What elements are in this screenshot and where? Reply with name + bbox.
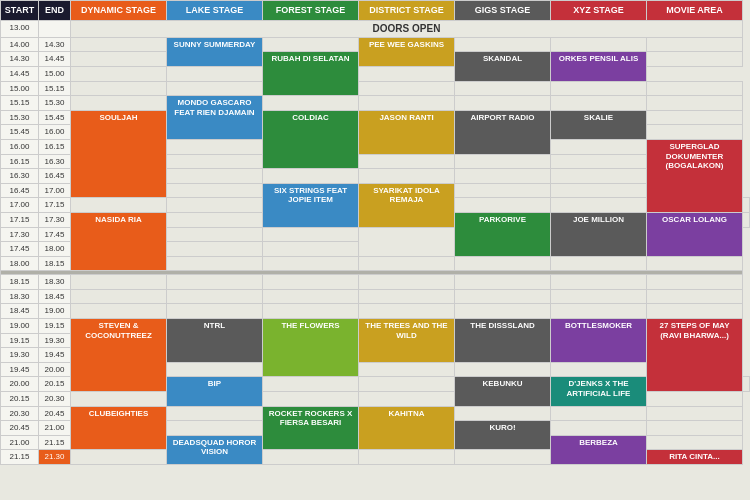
movie-1715 bbox=[743, 212, 750, 227]
time-1500: 15.00 bbox=[1, 81, 39, 96]
end-1945: 19.45 bbox=[39, 348, 71, 363]
jason-ranti[interactable]: JASON RANTI bbox=[359, 110, 455, 154]
lake-1445 bbox=[167, 66, 263, 81]
movie-1815 bbox=[647, 275, 743, 290]
gigs-stage-header: GIGS STAGE bbox=[455, 1, 551, 21]
deadsquad[interactable]: DEADSQUAD HOROR VISION bbox=[167, 435, 263, 464]
xyz-1945 bbox=[551, 362, 647, 377]
lake-1830 bbox=[167, 289, 263, 304]
bottlesmoker[interactable]: BOTTLESMOKER bbox=[551, 319, 647, 363]
district-1500 bbox=[359, 81, 455, 96]
trees-and-wild[interactable]: THE TREES AND THE WILD bbox=[359, 319, 455, 363]
nasida-ria[interactable]: NASIDA RIA bbox=[71, 212, 167, 270]
rita-cinta[interactable]: RITA CINTA... bbox=[647, 450, 743, 465]
pee-wee-gaskins[interactable]: PEE WEE GASKINS bbox=[359, 37, 455, 66]
sunny-summerday[interactable]: SUNNY SUMMERDAY bbox=[167, 37, 263, 66]
time-1645: 16.45 bbox=[1, 183, 39, 198]
27-steps[interactable]: 27 STEPS OF MAY (RAVI BHARWA...) bbox=[647, 319, 743, 392]
disssland[interactable]: THE DISSSLAND bbox=[455, 319, 551, 363]
the-flowers[interactable]: THE FLOWERS bbox=[263, 319, 359, 377]
rocket-rockers[interactable]: ROCKET ROCKERS X FIERSA BESARI bbox=[263, 406, 359, 450]
oscar-lolang[interactable]: OSCAR LOLANG bbox=[647, 212, 743, 256]
syarikat-idola[interactable]: SYARIKAT IDOLA REMAJA bbox=[359, 183, 455, 227]
end-1500: 15.00 bbox=[39, 66, 71, 81]
parkorive[interactable]: PARKORIVE bbox=[455, 212, 551, 256]
time-1845: 18.45 bbox=[1, 304, 39, 319]
time-1430: 14.30 bbox=[1, 52, 39, 67]
kahitna[interactable]: KAHITNA bbox=[359, 406, 455, 450]
time-1715: 17.15 bbox=[1, 212, 39, 227]
superglad-dokumenter[interactable]: SUPERGLAD DOKUMENTER (BOGALAKON) bbox=[647, 139, 743, 212]
steven-coconuttreez[interactable]: STEVEN & COCONUTTREEZ bbox=[71, 319, 167, 392]
six-strings[interactable]: SIX STRINGS FEAT JOPIE ITEM bbox=[263, 183, 359, 227]
clubeighties[interactable]: CLUBEIGHTIES bbox=[71, 406, 167, 450]
dynamic-stage-header: DYNAMIC STAGE bbox=[71, 1, 167, 21]
end-1515: 15.15 bbox=[39, 81, 71, 96]
time-2000: 20.00 bbox=[1, 377, 39, 392]
end-1645: 16.45 bbox=[39, 169, 71, 184]
gigs-1815 bbox=[455, 275, 551, 290]
end-1300 bbox=[39, 20, 71, 37]
movie-1845 bbox=[647, 304, 743, 319]
end-1900: 19.00 bbox=[39, 304, 71, 319]
xyz-1845 bbox=[551, 304, 647, 319]
end-2045: 20.45 bbox=[39, 406, 71, 421]
end-1615: 16.15 bbox=[39, 139, 71, 154]
district-2000 bbox=[359, 377, 455, 392]
xyz-1630 bbox=[551, 169, 647, 184]
bip[interactable]: BIP bbox=[167, 377, 263, 406]
end-1730: 17.30 bbox=[39, 212, 71, 227]
souljah[interactable]: SOULJAH bbox=[71, 110, 167, 198]
orkes-pensil-alis[interactable]: ORKES PENSIL ALIS bbox=[551, 52, 647, 81]
xyz-2045 bbox=[551, 421, 647, 436]
end-1845: 18.45 bbox=[39, 289, 71, 304]
district-1845 bbox=[359, 304, 455, 319]
gigs-1515 bbox=[455, 96, 551, 111]
movie-1530 bbox=[647, 110, 743, 125]
forest-1845 bbox=[263, 304, 359, 319]
time-2045: 20.45 bbox=[1, 421, 39, 436]
dynamic-1830 bbox=[71, 289, 167, 304]
kuro[interactable]: KURO! bbox=[455, 421, 551, 450]
end-2100: 21.00 bbox=[39, 421, 71, 436]
forest-stage-header: FOREST STAGE bbox=[263, 1, 359, 21]
movie-1445 bbox=[359, 66, 455, 81]
xyz-1830 bbox=[551, 289, 647, 304]
kebunku[interactable]: KEBUNKU bbox=[455, 377, 551, 406]
movie-1730 bbox=[263, 227, 359, 242]
time-1900: 19.00 bbox=[1, 319, 39, 334]
mondo-gascaro[interactable]: MONDO GASCARO FEAT RIEN DJAMAIN bbox=[167, 96, 263, 140]
time-1915: 19.15 bbox=[1, 333, 39, 348]
time-1930: 19.30 bbox=[1, 348, 39, 363]
joe-million[interactable]: JOE MILLION bbox=[551, 212, 647, 256]
end-2115: 21.15 bbox=[39, 435, 71, 450]
airport-radio[interactable]: AIRPORT RADIO bbox=[455, 110, 551, 154]
time-2015: 20.15 bbox=[1, 392, 39, 407]
lake-1630 bbox=[167, 169, 263, 184]
coldiac[interactable]: COLDIAC bbox=[263, 110, 359, 168]
dynamic-2115 bbox=[71, 450, 167, 465]
xyz-1600 bbox=[551, 139, 647, 154]
xyz-1700 bbox=[551, 198, 647, 213]
skandal[interactable]: SKANDAL bbox=[455, 52, 551, 81]
time-1530: 15.30 bbox=[1, 110, 39, 125]
gigs-1500 bbox=[455, 81, 551, 96]
schedule-container[interactable]: START END DYNAMIC STAGE LAKE STAGE FORES… bbox=[0, 0, 750, 500]
time-1400: 14.00 bbox=[1, 37, 39, 52]
time-2030: 20.30 bbox=[1, 406, 39, 421]
movie-2015 bbox=[647, 392, 743, 407]
skalie[interactable]: SKALIE bbox=[551, 110, 647, 139]
lake-1615 bbox=[167, 154, 263, 169]
xyz-1500 bbox=[551, 81, 647, 96]
ntrl[interactable]: NTRL bbox=[167, 319, 263, 363]
movie-1430 bbox=[647, 52, 743, 67]
rubah-di-selatan[interactable]: RUBAH DI SELATAN bbox=[263, 52, 359, 96]
end-1545: 15.45 bbox=[39, 110, 71, 125]
djinks[interactable]: D'JENKS X THE ARTIFICIAL LIFE bbox=[551, 377, 647, 406]
end-2015: 20.15 bbox=[39, 377, 71, 392]
dynamic-1515 bbox=[71, 96, 167, 111]
end-1800: 18.00 bbox=[39, 242, 71, 257]
district-1615 bbox=[359, 154, 455, 169]
berbeza[interactable]: BERBEZA bbox=[551, 435, 647, 464]
district-1830 bbox=[359, 289, 455, 304]
